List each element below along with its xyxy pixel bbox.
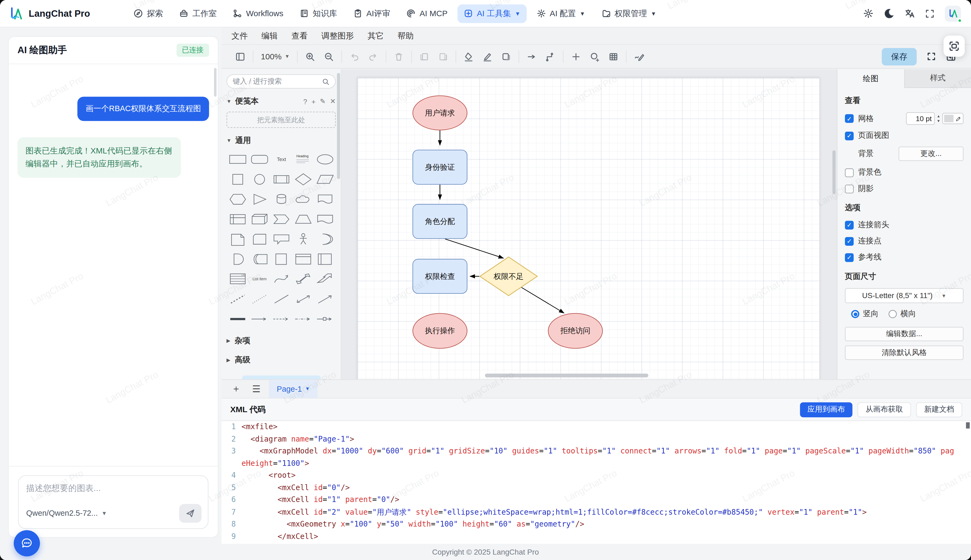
nav-item-workflows[interactable]: Workflows [227, 5, 290, 22]
shape-circle[interactable] [248, 171, 270, 187]
delete-icon[interactable] [394, 52, 404, 62]
shape-triangle[interactable] [248, 191, 270, 207]
shape-parallelogram[interactable] [314, 171, 336, 187]
code-scrollbar[interactable] [966, 422, 969, 428]
nav-item-ai-tools[interactable]: AI 工具集 ▼ [457, 4, 527, 23]
guides-checkbox[interactable]: ✓ [845, 253, 854, 262]
fill-color-icon[interactable] [464, 52, 474, 62]
shape-harrow[interactable] [248, 311, 270, 327]
page-tab-1[interactable]: Page-1 ▼ [269, 380, 318, 398]
bg-color-checkbox[interactable] [845, 168, 854, 177]
menu-arrange[interactable]: 调整图形 [321, 30, 354, 42]
shape-search-input[interactable]: 键入 / 进行搜索 [227, 74, 336, 88]
nav-item-explore[interactable]: 探索 [128, 4, 170, 23]
shape-diamond[interactable] [292, 171, 314, 187]
shape-and[interactable] [227, 251, 248, 267]
tab-style[interactable]: 样式 [904, 69, 971, 88]
sketch-pen-icon[interactable] [634, 52, 645, 62]
shape-vcontainer[interactable] [314, 251, 336, 267]
shape-square2[interactable] [270, 251, 292, 267]
shape-note[interactable] [227, 231, 248, 247]
undo-icon[interactable] [349, 52, 359, 62]
shape-dottedline[interactable] [248, 291, 270, 307]
canvas-vertical-scrollbar[interactable] [833, 150, 836, 194]
chat-input-card[interactable]: 描述您想要的图表... Qwen/Qwen2.5-72... ▼ [18, 475, 209, 529]
shape-card[interactable] [248, 231, 270, 247]
diagram-canvas[interactable]: 用户请求 身份验证 角色分配 权限检查 权限不足 执行操作 [341, 69, 837, 379]
scratchpad-help-icon[interactable]: ? [303, 98, 307, 105]
shape-tape[interactable] [314, 211, 336, 227]
shape-document[interactable] [314, 191, 336, 207]
redo-icon[interactable] [369, 52, 379, 62]
fullscreen-icon[interactable] [925, 8, 935, 18]
canvas-page[interactable]: 用户请求 身份验证 角色分配 权限检查 权限不足 执行操作 [357, 77, 820, 379]
shape-rect[interactable] [227, 151, 248, 167]
shape-heading[interactable]: Heading [292, 151, 314, 167]
zoom-in-icon[interactable] [305, 52, 315, 62]
shape-line[interactable] [270, 291, 292, 307]
nav-item-knowledge[interactable]: 知识库 [294, 4, 343, 23]
menu-file[interactable]: 文件 [232, 30, 248, 42]
nav-item-ai-review[interactable]: AI评审 [347, 4, 397, 23]
shadow-checkbox[interactable] [845, 184, 854, 193]
portrait-radio[interactable]: 竖向 [851, 309, 879, 319]
fetch-from-canvas-button[interactable]: 从画布获取 [858, 402, 911, 417]
shape-arrow[interactable] [314, 271, 336, 287]
page-size-select[interactable]: US-Letter (8,5" x 11") ▼ [845, 288, 963, 303]
page-view-checkbox[interactable]: ✓ [845, 132, 854, 140]
chat-fab-button[interactable] [14, 530, 40, 556]
scratchpad-dropzone[interactable]: 把元素拖至此处 [227, 112, 336, 128]
grid-size-stepper[interactable]: ▲▼ [937, 114, 941, 123]
shape-actor[interactable] [292, 231, 314, 247]
shape-diagarrow[interactable] [314, 291, 336, 307]
edit-data-button[interactable]: 编辑数据... [845, 327, 963, 341]
node-perm-check[interactable]: 权限检查 [412, 259, 467, 294]
clear-default-style-button[interactable]: 清除默认风格 [845, 345, 963, 360]
palette-scrollbar[interactable] [337, 73, 340, 179]
toggle-panel-icon[interactable] [235, 52, 245, 62]
fit-page-floating-button[interactable] [943, 36, 965, 57]
node-role[interactable]: 角色分配 [412, 204, 467, 239]
shape-curve[interactable] [270, 271, 292, 287]
nav-item-ai-mcp[interactable]: AI MCP [400, 5, 454, 22]
node-insufficient[interactable]: 权限不足 [480, 257, 537, 296]
nav-item-ai-config[interactable]: AI 配置 ▼ [530, 4, 591, 23]
to-back-icon[interactable] [438, 52, 448, 62]
shape-square[interactable] [227, 171, 248, 187]
shape-cylinder[interactable] [270, 191, 292, 207]
shape-or[interactable] [314, 231, 336, 247]
insert-icon[interactable] [571, 52, 581, 62]
shape-bidiarrow[interactable] [292, 271, 314, 287]
translate-icon[interactable] [904, 8, 915, 18]
scratchpad-close-icon[interactable]: ✕ [330, 97, 336, 105]
shape-dashedline[interactable] [227, 291, 248, 307]
shape-listitem[interactable]: List Item [248, 271, 270, 287]
shape-bidiag[interactable] [292, 291, 314, 307]
node-user-request[interactable]: 用户请求 [412, 95, 467, 130]
general-section-header[interactable]: ▼ 通用 [227, 135, 336, 146]
to-front-icon[interactable] [419, 52, 429, 62]
save-button[interactable]: 保存 [882, 48, 916, 65]
tab-diagram[interactable]: 绘图 [838, 69, 904, 88]
connection-points-checkbox[interactable]: ✓ [845, 237, 854, 245]
zoom-level-dropdown[interactable]: 100% ▼ [261, 52, 290, 61]
connection-style-icon[interactable] [527, 52, 537, 62]
grid-size-input[interactable]: 10 pt [906, 112, 935, 125]
grid-color-swatch[interactable] [943, 113, 964, 124]
new-document-button[interactable]: 新建文档 [916, 402, 962, 417]
misc-section-header[interactable]: ▶ 杂项 [227, 335, 336, 346]
insert-table-icon[interactable] [609, 52, 619, 62]
menu-edit[interactable]: 编辑 [262, 30, 278, 42]
more-shapes-button[interactable]: + 更多图形 [242, 375, 320, 379]
shape-linkarrow[interactable] [314, 311, 336, 327]
shape-process[interactable] [270, 171, 292, 187]
shape-step[interactable] [270, 211, 292, 227]
node-execute[interactable]: 执行操作 [412, 313, 467, 349]
user-avatar[interactable] [945, 5, 961, 22]
scratchpad-header[interactable]: ▼ 便笺本 ? + ✎ ✕ [227, 96, 336, 107]
scratchpad-edit-icon[interactable]: ✎ [320, 97, 325, 105]
shape-list[interactable]: List [227, 271, 248, 287]
nav-item-workshop[interactable]: 工作室 [173, 4, 223, 23]
shape-internal[interactable] [227, 211, 248, 227]
dark-mode-moon-icon[interactable] [884, 8, 894, 18]
